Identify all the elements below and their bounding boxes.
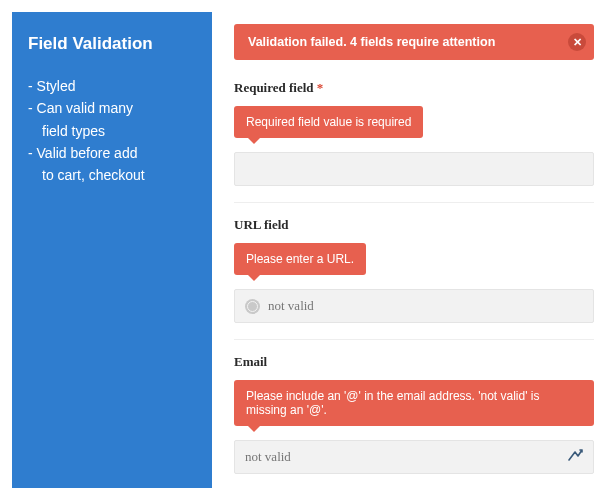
label-text: Required field	[234, 80, 314, 95]
alert-message: Validation failed. 4 fields require atte…	[248, 35, 495, 49]
close-icon[interactable]: ✕	[568, 33, 586, 51]
app-frame: Field Validation - Styled - Can valid ma…	[0, 0, 616, 500]
form-area: Validation failed. 4 fields require atte…	[212, 12, 604, 488]
url-input[interactable]: not valid	[234, 289, 594, 323]
autofill-icon	[567, 448, 585, 466]
field-url: URL field Please enter a URL. not valid	[234, 217, 594, 323]
field-label: Required field *	[234, 80, 594, 96]
error-tooltip: Required field value is required	[234, 106, 423, 138]
divider	[234, 339, 594, 340]
field-label: Email	[234, 354, 594, 370]
divider	[234, 202, 594, 203]
input-value: not valid	[268, 298, 314, 314]
field-email: Email Please include an '@' in the email…	[234, 354, 594, 474]
sidebar: Field Validation - Styled - Can valid ma…	[12, 12, 212, 488]
sidebar-title: Field Validation	[28, 34, 196, 54]
error-tooltip: Please include an '@' in the email addre…	[234, 380, 594, 426]
sidebar-line: - Valid before add	[28, 143, 196, 163]
sidebar-line: field types	[28, 121, 196, 141]
required-star: *	[317, 80, 324, 95]
input-value: not valid	[245, 449, 291, 465]
sidebar-line: - Can valid many	[28, 98, 196, 118]
error-tooltip: Please enter a URL.	[234, 243, 366, 275]
email-input[interactable]: not valid	[234, 440, 594, 474]
sidebar-line: to cart, checkout	[28, 165, 196, 185]
validation-alert: Validation failed. 4 fields require atte…	[234, 24, 594, 60]
field-label: URL field	[234, 217, 594, 233]
sidebar-line: - Styled	[28, 76, 196, 96]
field-required: Required field * Required field value is…	[234, 80, 594, 186]
required-input[interactable]	[234, 152, 594, 186]
globe-icon	[245, 299, 260, 314]
